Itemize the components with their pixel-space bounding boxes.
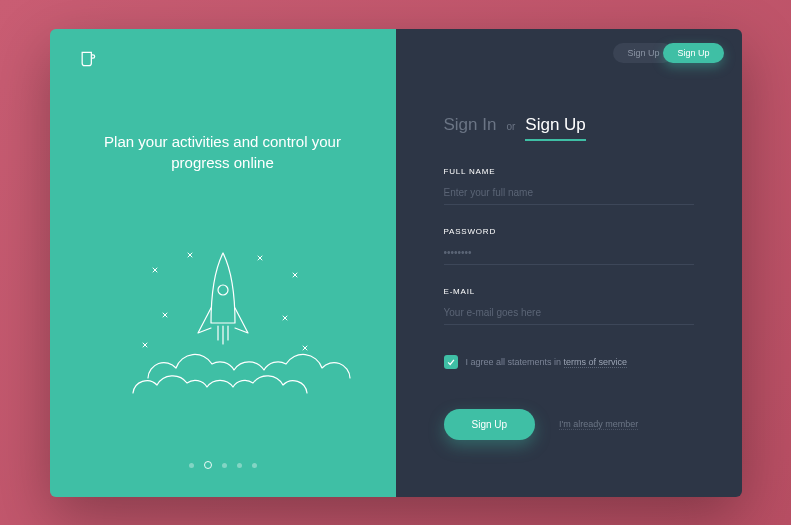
dot-4[interactable] bbox=[237, 463, 242, 468]
terms-text: I agree all statements in terms of servi… bbox=[466, 357, 628, 367]
email-label: E-MAIL bbox=[444, 287, 694, 296]
tab-signup[interactable]: Sign Up bbox=[525, 115, 585, 141]
terms-checkbox[interactable] bbox=[444, 355, 458, 369]
logo-cup-icon bbox=[78, 49, 98, 69]
field-password: PASSWORD bbox=[444, 227, 694, 265]
field-fullname: FULL NAME bbox=[444, 167, 694, 205]
dot-5[interactable] bbox=[252, 463, 257, 468]
dot-1[interactable] bbox=[189, 463, 194, 468]
submit-button[interactable]: Sign Up bbox=[444, 409, 536, 440]
terms-row: I agree all statements in terms of servi… bbox=[444, 355, 694, 369]
password-label: PASSWORD bbox=[444, 227, 694, 236]
signup-form: FULL NAME PASSWORD E-MAIL I agree all st… bbox=[444, 167, 694, 440]
hero-tagline: Plan your activities and control your pr… bbox=[78, 131, 368, 173]
rocket-illustration bbox=[78, 183, 368, 463]
signup-card: Plan your activities and control your pr… bbox=[50, 29, 742, 497]
fullname-label: FULL NAME bbox=[444, 167, 694, 176]
top-tab-signup[interactable]: Sign Up bbox=[663, 43, 723, 63]
top-tab-group: Sign Up Sign Up bbox=[613, 43, 723, 63]
form-actions: Sign Up I'm already member bbox=[444, 409, 694, 440]
carousel-dots[interactable] bbox=[78, 463, 368, 469]
fullname-input[interactable] bbox=[444, 185, 694, 205]
tab-separator: or bbox=[506, 121, 515, 132]
auth-tabs: Sign In or Sign Up bbox=[444, 115, 694, 141]
terms-link[interactable]: terms of service bbox=[564, 357, 628, 368]
field-email: E-MAIL bbox=[444, 287, 694, 325]
dot-3[interactable] bbox=[222, 463, 227, 468]
email-input[interactable] bbox=[444, 305, 694, 325]
already-member-link[interactable]: I'm already member bbox=[559, 419, 638, 430]
form-panel: Sign Up Sign Up Sign In or Sign Up FULL … bbox=[396, 29, 742, 497]
terms-prefix: I agree all statements in bbox=[466, 357, 562, 367]
dot-2-active[interactable] bbox=[204, 461, 212, 469]
tab-signin[interactable]: Sign In bbox=[444, 115, 497, 135]
svg-point-0 bbox=[218, 285, 228, 295]
password-input[interactable] bbox=[444, 245, 694, 265]
hero-panel: Plan your activities and control your pr… bbox=[50, 29, 396, 497]
